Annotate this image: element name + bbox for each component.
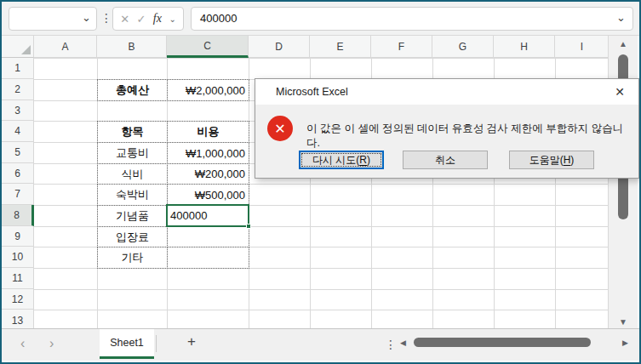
button-label-suffix: ) [570, 154, 574, 166]
dialog-message: 이 값은 이 셀에 정의된 데이터 유효성 검사 제한에 부합하지 않습니다. [306, 122, 627, 151]
horizontal-scrollbar[interactable]: ◀ ▶ [398, 335, 630, 352]
gridline-horizontal [34, 310, 610, 310]
scroll-left-icon[interactable]: ◀ [400, 338, 406, 347]
retry-button[interactable]: 다시 시도(R) [299, 151, 384, 169]
formula-buttons-group: ✕ ✓ fx ⌄ [112, 7, 184, 31]
next-sheet-icon[interactable]: › [49, 336, 54, 351]
column-header-G[interactable]: G [432, 36, 494, 58]
row-header-5[interactable]: 5 [2, 142, 34, 163]
scroll-down-icon[interactable]: ▼ [609, 317, 638, 327]
row-header-4[interactable]: 4 [2, 121, 34, 142]
row-header-10[interactable]: 10 [2, 247, 34, 268]
enter-icon[interactable]: ✓ [137, 13, 146, 26]
column-header-I[interactable]: I [555, 36, 610, 58]
column-header-C[interactable]: C [167, 36, 249, 58]
fill-handle[interactable] [246, 224, 251, 229]
scroll-right-icon[interactable]: ▶ [622, 338, 628, 347]
drag-dots-icon[interactable]: ⋮ [385, 338, 397, 351]
sheet-tab-sheet1[interactable]: Sheet1 [100, 329, 154, 359]
button-label: 취소 [435, 153, 455, 168]
error-icon: ✕ [267, 116, 293, 141]
row-header-3[interactable]: 3 [2, 100, 34, 121]
chevron-down-icon[interactable]: ⌄ [82, 11, 91, 24]
sheet-tab-bar: ‹ › Sheet1 + ⋮ ◀ ▶ [2, 328, 639, 361]
add-sheet-icon[interactable]: + [187, 333, 196, 350]
cell-B8[interactable]: 기념품 [97, 205, 168, 227]
cell-B2[interactable]: 총예산 [97, 79, 168, 101]
row-header-2[interactable]: 2 [2, 79, 34, 100]
sheet-tab-label: Sheet1 [110, 337, 144, 349]
button-label: 다시 시도( [312, 153, 359, 168]
cell-C4[interactable]: 비용 [167, 121, 249, 143]
help-button[interactable]: 도움말(H) [509, 151, 594, 169]
excel-window: ⌄ ⋮ ✕ ✓ fx ⌄ 400000 ⌄ ABCDEFGHI123456789… [0, 0, 641, 364]
row-header-12[interactable]: 12 [2, 289, 34, 310]
close-icon[interactable]: ✕ [605, 79, 634, 104]
dialog-title-bar[interactable]: Microsoft Excel ✕ [255, 79, 638, 105]
formula-bar-area: ⌄ ⋮ ✕ ✓ fx ⌄ 400000 ⌄ [2, 2, 639, 36]
chevron-down-icon[interactable]: ⌄ [616, 11, 626, 24]
name-box[interactable]: ⌄ [9, 7, 97, 31]
column-header-H[interactable]: H [494, 36, 555, 58]
validation-error-dialog: Microsoft Excel ✕ ✕ 이 값은 이 셀에 정의된 데이터 유효… [255, 78, 639, 179]
button-label: 도움말( [529, 153, 564, 168]
cell-C6[interactable]: ₩200,000 [167, 163, 249, 185]
prev-sheet-icon[interactable]: ‹ [20, 336, 25, 351]
cancel-icon[interactable]: ✕ [120, 13, 129, 26]
scroll-up-icon[interactable]: ▲ [609, 39, 638, 48]
column-header-A[interactable]: A [34, 36, 97, 58]
cell-B6[interactable]: 식비 [97, 163, 168, 185]
column-header-F[interactable]: F [371, 36, 432, 58]
column-header-D[interactable]: D [249, 36, 310, 58]
cell-B7[interactable]: 숙박비 [97, 184, 168, 206]
gridline-horizontal [34, 289, 610, 290]
cell-B10[interactable]: 기타 [97, 247, 168, 269]
row-header-1[interactable]: 1 [2, 58, 34, 79]
button-label-suffix: ) [367, 154, 370, 166]
cell-C7[interactable]: ₩500,000 [167, 184, 249, 206]
mnemonic-key: H [564, 154, 571, 166]
row-header-6[interactable]: 6 [2, 163, 34, 184]
row-header-11[interactable]: 11 [2, 268, 34, 289]
horizontal-scrollbar-thumb[interactable] [414, 338, 591, 347]
mnemonic-key: R [359, 154, 367, 166]
cell-C2[interactable]: ₩2,000,000 [167, 79, 249, 101]
drag-dots-icon[interactable]: ⋮ [100, 11, 112, 25]
column-header-E[interactable]: E [310, 36, 371, 58]
select-all-triangle-icon [21, 45, 31, 54]
row-header-8[interactable]: 8 [2, 205, 34, 226]
cell-B4[interactable]: 항목 [97, 121, 168, 143]
cell-B9[interactable]: 입장료 [97, 226, 168, 247]
insert-function-icon[interactable]: fx [153, 12, 162, 26]
cell-C9[interactable] [167, 226, 249, 247]
tab-divider [156, 335, 157, 352]
formula-value: 400000 [200, 12, 237, 25]
column-header-B[interactable]: B [97, 36, 167, 58]
cell-B5[interactable]: 교통비 [97, 142, 168, 164]
cell-C10[interactable] [167, 247, 249, 269]
chevron-down-icon[interactable]: ⌄ [169, 14, 175, 24]
cancel-button[interactable]: 취소 [403, 151, 488, 169]
row-header-9[interactable]: 9 [2, 226, 34, 247]
active-cell-C8[interactable]: 400000 [166, 204, 249, 227]
cell-C5[interactable]: ₩1,000,000 [167, 142, 249, 164]
dialog-title: Microsoft Excel [276, 86, 348, 98]
select-all-button[interactable] [2, 36, 34, 58]
row-header-7[interactable]: 7 [2, 184, 34, 205]
formula-input[interactable]: 400000 ⌄ [191, 7, 633, 31]
gridline-horizontal [34, 58, 610, 59]
